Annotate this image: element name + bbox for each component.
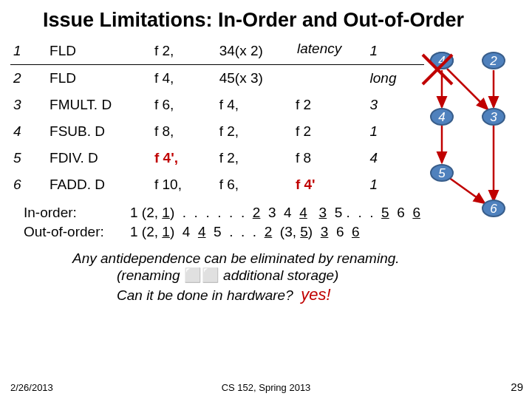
instr-op: FLD xyxy=(47,65,151,92)
instr-lat: 3 xyxy=(367,92,424,118)
bottom-line2b: additional storage) xyxy=(223,267,338,283)
inorder-label: In-order: xyxy=(24,204,129,222)
outorder-seq: 1 (2, 1) 4 4 5 . . . 2 (3, 5) 3 6 6 xyxy=(130,223,420,241)
instr-src2: f 2 xyxy=(293,118,367,145)
inorder-seq: 1 (2, 1) . . . . . . 2 3 4 4 3 5 . . . 5… xyxy=(130,204,420,222)
table-row: 2 FLD f 4, 45(x 3) long xyxy=(10,65,424,92)
table-row: 6 FADD. D f 10, f 6, f 4' 1 xyxy=(10,171,424,198)
footer-page: 29 xyxy=(511,381,523,393)
instr-op: FMULT. D xyxy=(47,92,151,118)
outorder-label: Out-of-order: xyxy=(24,223,129,241)
instr-src1: f 2, xyxy=(216,145,293,171)
missing-glyph-icon: ⬜⬜ xyxy=(184,267,219,283)
footer-course: CS 152, Spring 2013 xyxy=(222,382,311,393)
cross-out-icon xyxy=(420,52,523,236)
instr-op: FSUB. D xyxy=(47,118,151,145)
instr-dest: f 6, xyxy=(151,92,216,118)
instr-num: 4 xyxy=(10,118,47,145)
instr-src2: f 2 xyxy=(293,92,367,118)
instr-src1: 34(x 2) xyxy=(216,38,293,65)
instr-lat: 4 xyxy=(367,145,424,171)
table-row: 4 FSUB. D f 8, f 2, f 2 1 xyxy=(10,118,424,145)
instr-dest: f 4, xyxy=(151,65,216,92)
instr-src2: f 8 xyxy=(293,145,367,171)
instr-lat: long xyxy=(367,65,424,92)
instr-op: FLD xyxy=(47,38,151,65)
instruction-table: 1 FLD f 2, 34(x 2) 1 2 FLD f 4, 45(x 3) … xyxy=(10,38,424,198)
instr-lat: 1 xyxy=(367,171,424,198)
footer-date: 2/26/2013 xyxy=(10,382,53,393)
latency-header: latency xyxy=(297,41,341,57)
table-row: 3 FMULT. D f 6, f 4, f 2 3 xyxy=(10,92,424,118)
instr-src2 xyxy=(293,65,367,92)
instr-num: 3 xyxy=(10,92,47,118)
instr-op: FADD. D xyxy=(47,171,151,198)
instr-op: FDIV. D xyxy=(47,145,151,171)
instr-dest: f 10, xyxy=(151,171,216,198)
instr-num: 1 xyxy=(10,38,47,65)
instr-dest: f 8, xyxy=(151,118,216,145)
yes-text: yes! xyxy=(301,285,330,304)
instr-num: 5 xyxy=(10,145,47,171)
bottom-line2a: (renaming xyxy=(117,267,184,283)
bottom-line3: Can it be done in hardware? xyxy=(117,287,293,303)
instr-num: 2 xyxy=(10,65,47,92)
instr-src1: f 6, xyxy=(216,171,293,198)
instr-num: 6 xyxy=(10,171,47,198)
order-sequences: In-order: 1 (2, 1) . . . . . . 2 3 4 4 3… xyxy=(22,202,422,242)
bottom-line1: Any antidependence can be eliminated by … xyxy=(72,250,532,267)
instr-dest: f 2, xyxy=(151,38,216,65)
dependency-graph: 1 2 4 3 4 5 6 xyxy=(420,52,523,236)
table-row: 5 FDIV. D f 4', f 2, f 8 4 xyxy=(10,145,424,171)
instr-src2-renamed: f 4' xyxy=(293,171,367,198)
bottom-text: Any antidependence can be eliminated by … xyxy=(72,250,532,305)
instr-src1: 45(x 3) xyxy=(216,65,293,92)
instr-lat: 1 xyxy=(367,38,424,65)
instr-src1: f 2, xyxy=(216,118,293,145)
instr-src1: f 4, xyxy=(216,92,293,118)
slide-title: Issue Limitations: In-Order and Out-of-O… xyxy=(0,0,532,38)
instr-dest-renamed: f 4', xyxy=(151,145,216,171)
instr-lat: 1 xyxy=(367,118,424,145)
table-row: 1 FLD f 2, 34(x 2) 1 xyxy=(10,38,424,65)
